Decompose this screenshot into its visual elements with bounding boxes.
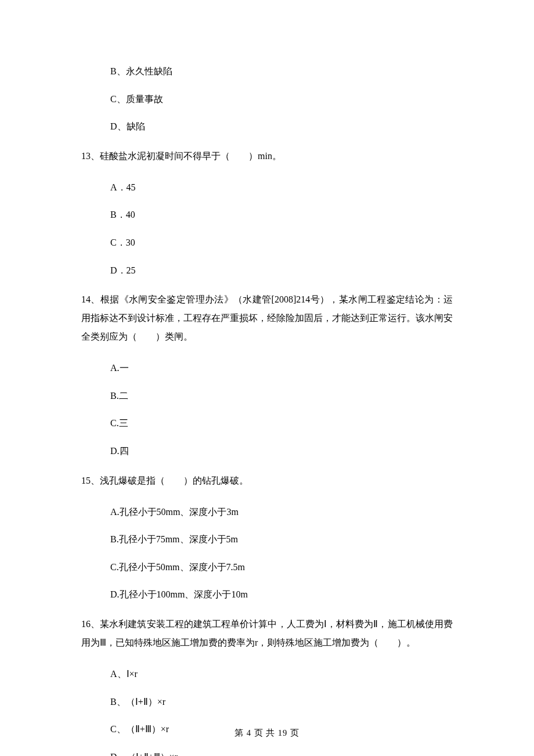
q12-option-d: D、缺陷 bbox=[110, 119, 453, 134]
q16-option-b: B、（Ⅰ+Ⅱ）×r bbox=[110, 694, 453, 710]
q14-option-d: D.四 bbox=[110, 444, 453, 459]
page-content: B、永久性缺陷 C、质量事故 D、缺陷 13、硅酸盐水泥初凝时间不得早于（ ）m… bbox=[0, 0, 534, 756]
q14-option-c: C.三 bbox=[110, 416, 453, 431]
q16-option-a: A、Ⅰ×r bbox=[110, 667, 453, 682]
q13-option-a: A．45 bbox=[110, 180, 453, 195]
page-footer: 第 4 页 共 19 页 bbox=[0, 728, 534, 739]
q13-stem: 13、硅酸盐水泥初凝时间不得早于（ ）min。 bbox=[81, 147, 453, 165]
q12-option-c: C、质量事故 bbox=[110, 92, 453, 107]
q13-option-c: C．30 bbox=[110, 235, 453, 250]
q14-option-a: A.一 bbox=[110, 361, 453, 376]
q15-option-b: B.孔径小于75mm、深度小于5m bbox=[110, 532, 453, 547]
q15-option-c: C.孔径小于50mm、深度小于7.5m bbox=[110, 560, 453, 575]
q13-option-d: D．25 bbox=[110, 263, 453, 278]
q13-option-b: B．40 bbox=[110, 207, 453, 222]
q15-option-a: A.孔径小于50mm、深度小于3m bbox=[110, 505, 453, 520]
q16-option-d: D、（Ⅰ+Ⅱ+Ⅲ）×r bbox=[110, 750, 453, 756]
q12-option-b: B、永久性缺陷 bbox=[110, 64, 453, 79]
q14-stem: 14、根据《水闸安全鉴定管理办法》（水建管[2008]214号），某水闸工程鉴定… bbox=[81, 290, 453, 346]
q15-stem: 15、浅孔爆破是指（ ）的钻孔爆破。 bbox=[81, 471, 453, 490]
q15-option-d: D.孔径小于100mm、深度小于10m bbox=[110, 587, 453, 602]
q16-stem: 16、某水利建筑安装工程的建筑工程单价计算中，人工费为Ⅰ，材料费为Ⅱ，施工机械使… bbox=[81, 615, 453, 652]
q14-option-b: B.二 bbox=[110, 388, 453, 404]
